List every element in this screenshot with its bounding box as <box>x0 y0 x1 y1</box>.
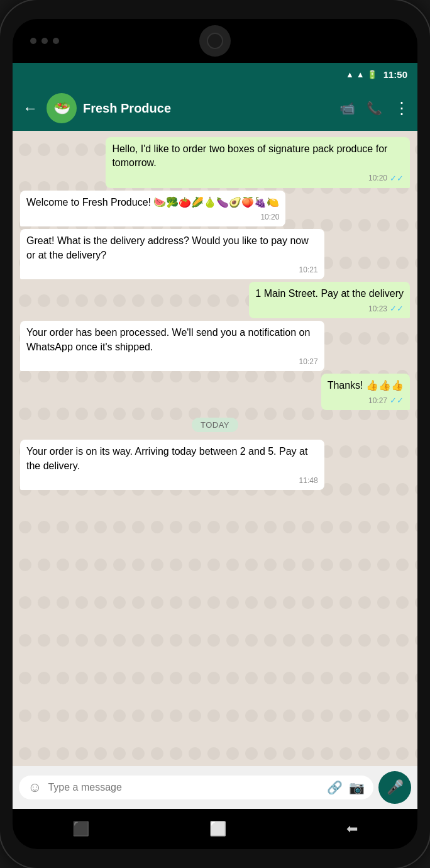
more-options-icon[interactable]: ⋮ <box>394 99 410 118</box>
voice-call-icon[interactable]: 📞 <box>367 101 382 116</box>
nav-home-button[interactable]: ⬜ <box>209 821 226 837</box>
mic-button[interactable]: 🎤 <box>378 771 411 804</box>
video-call-icon[interactable]: 📹 <box>339 101 355 116</box>
chat-header: ← 🥗 Fresh Produce 📹 📞 ⋮ <box>13 86 417 131</box>
message-text: Great! What is the delivery address? Wou… <box>26 235 309 260</box>
status-bar: ▲ ▲ 🔋 11:50 <box>13 63 417 86</box>
message-bubble: Welcome to Fresh Produce! 🍉🥦🍅🌽🍐🍆🥑🍑🍇🍋 10:… <box>20 191 285 226</box>
message-bubble: Great! What is the delivery address? Wou… <box>20 229 324 279</box>
message-bubble: Hello, I'd like to order two boxes of si… <box>106 137 410 188</box>
message-ticks: ✓✓ <box>390 395 404 406</box>
header-info: Fresh Produce <box>83 101 333 116</box>
message-time: 10:20 <box>260 212 279 223</box>
message-text: Hello, I'd like to order two boxes of si… <box>112 143 387 168</box>
message-bubble: Thanks! 👍👍👍 10:27 ✓✓ <box>321 374 410 411</box>
nav-recents-button[interactable]: ⬛ <box>72 821 89 837</box>
message-time: 10:21 <box>299 265 318 275</box>
message-text: Your order is on its way. Arriving today… <box>26 446 307 470</box>
avatar[interactable]: 🥗 <box>47 93 77 123</box>
message-text: Thanks! 👍👍👍 <box>328 380 404 391</box>
battery-icon: 🔋 <box>367 70 377 79</box>
header-actions: 📹 📞 ⋮ <box>339 99 410 118</box>
message-time: 10:23 <box>368 304 387 314</box>
mic-icon: 🎤 <box>387 779 404 796</box>
chat-title[interactable]: Fresh Produce <box>83 101 333 116</box>
phone-frame: ▲ ▲ 🔋 11:50 ← 🥗 Fresh Produce 📹 📞 ⋮ Hell… <box>0 0 430 868</box>
chat-messages-area: Hello, I'd like to order two boxes of si… <box>13 131 417 766</box>
camera-icon[interactable]: 📷 <box>349 780 365 795</box>
message-text: Welcome to Fresh Produce! 🍉🥦🍅🌽🍐🍆🥑🍑🍇🍋 <box>26 197 279 208</box>
message-text: Your order has been processed. We'll sen… <box>26 327 310 352</box>
message-bubble: 1 Main Street. Pay at the delivery 10:23… <box>249 282 410 319</box>
nav-back-button[interactable]: ⬅ <box>346 821 358 837</box>
message-ticks: ✓✓ <box>390 173 404 184</box>
message-time: 10:20 <box>368 173 387 184</box>
message-input[interactable] <box>48 782 321 793</box>
message-time: 10:27 <box>299 357 318 367</box>
message-ticks: ✓✓ <box>390 303 404 314</box>
message-time: 10:27 <box>368 396 387 406</box>
notch-area <box>13 19 417 63</box>
day-divider: TODAY <box>192 418 238 432</box>
message-text: 1 Main Street. Pay at the delivery <box>255 288 404 299</box>
input-bar: ☺ 🔗 📷 🎤 <box>13 766 417 809</box>
status-time: 11:50 <box>383 69 407 80</box>
signal-icon: ▲ <box>356 70 365 79</box>
navigation-bar: ⬛ ⬜ ⬅ <box>13 809 417 849</box>
wifi-icon: ▲ <box>346 70 354 79</box>
emoji-button[interactable]: ☺ <box>28 779 41 796</box>
message-bubble: Your order is on its way. Arriving today… <box>20 440 324 490</box>
message-bubble: Your order has been processed. We'll sen… <box>20 321 324 371</box>
message-time: 11:48 <box>299 476 318 486</box>
message-input-wrap: ☺ 🔗 📷 <box>19 776 373 799</box>
front-camera <box>199 25 231 57</box>
attach-icon[interactable]: 🔗 <box>327 780 343 795</box>
back-button[interactable]: ← <box>20 97 40 120</box>
